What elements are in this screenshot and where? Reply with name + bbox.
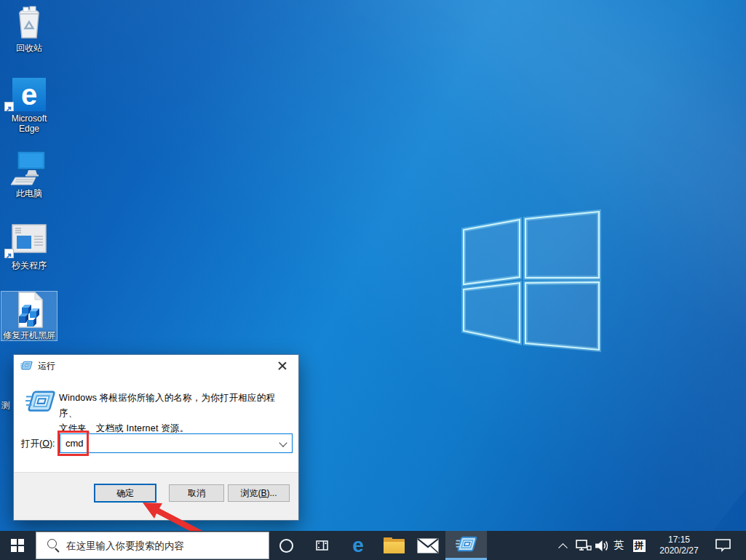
cancel-button[interactable]: 取消 — [169, 484, 224, 502]
desktop-icon-microsoft-edge[interactable]: e Microsoft Edge — [1, 75, 57, 134]
taskbar: e — [0, 531, 746, 560]
desktop-icon-registry-file[interactable]: 修复开机黑屏 — [1, 291, 57, 341]
run-dialog-titlebar[interactable]: 运行 — [14, 355, 298, 377]
close-button[interactable] — [266, 355, 298, 377]
run-dialog-footer: 确定 取消 浏览(B)... — [14, 472, 298, 520]
run-command-input[interactable] — [60, 434, 276, 452]
run-dialog-taskbar-button[interactable] — [445, 531, 487, 560]
taskbar-clock[interactable]: 17:15 2020/2/27 — [650, 531, 708, 560]
desktop-icon-this-pc[interactable]: 此电脑 — [1, 150, 57, 199]
windows-start-icon — [11, 539, 24, 552]
ime-mode-indicator[interactable]: 拼 — [630, 531, 648, 560]
taskbar-search-box[interactable] — [36, 532, 269, 559]
desktop-icon-label: 回收站 — [1, 43, 57, 53]
edge-icon: e — [12, 78, 46, 111]
edge-taskbar-button[interactable]: e — [342, 531, 374, 560]
ime-mode-icon: 拼 — [633, 540, 646, 552]
notification-icon — [715, 539, 731, 553]
run-icon — [456, 536, 477, 553]
tray-time: 17:15 — [668, 535, 690, 545]
browse-button[interactable]: 浏览(B)... — [228, 484, 290, 502]
run-command-combobox — [60, 433, 293, 453]
app-window-icon — [11, 223, 47, 258]
tray-show-hidden-icons-button[interactable] — [555, 531, 571, 560]
tray-date: 2020/2/27 — [659, 545, 698, 556]
network-icon — [576, 540, 592, 552]
annotation-highlight-box — [57, 431, 89, 456]
hidden-desktop-icon-label: 测 — [1, 399, 12, 412]
volume-icon — [595, 540, 610, 552]
start-button[interactable] — [0, 531, 35, 560]
task-view-button[interactable] — [306, 531, 338, 560]
action-center-button[interactable] — [713, 531, 734, 560]
registry-file-icon — [12, 292, 47, 328]
cortana-button[interactable] — [270, 531, 302, 560]
desktop-icon-app-shortcut[interactable]: 秒关程序 — [1, 222, 57, 271]
mail-button[interactable] — [412, 531, 444, 560]
desktop-icon-label: Microsoft Edge — [1, 113, 57, 134]
recycle-bin-icon — [12, 4, 47, 41]
edge-icon: e — [352, 535, 364, 556]
desktop-icon-label: 修复开机黑屏 — [1, 330, 57, 340]
mail-icon — [417, 538, 439, 553]
close-icon — [278, 361, 287, 370]
windows-desktop: 回收站 e Microsoft Edge 此电脑 — [0, 0, 746, 560]
desktop-icon-recycle-bin[interactable]: 回收站 — [1, 4, 57, 53]
search-icon — [46, 538, 60, 553]
run-dialog-icon — [20, 361, 33, 371]
run-dialog: 运行 Windows 将根据你所输入的名称，为你打开相应的程序、 文件夹、文档或… — [13, 354, 299, 521]
shortcut-arrow-icon — [4, 249, 14, 258]
task-view-icon — [315, 538, 330, 553]
chevron-down-icon[interactable] — [279, 439, 287, 447]
search-input[interactable] — [66, 540, 255, 551]
file-explorer-button[interactable] — [378, 531, 410, 560]
ok-button[interactable]: 确定 — [94, 484, 156, 503]
network-tray-button[interactable] — [574, 531, 593, 560]
file-explorer-icon — [384, 537, 405, 553]
run-dialog-description: Windows 将根据你所输入的名称，为你打开相应的程序、 文件夹、文档或 In… — [59, 391, 292, 436]
chevron-up-icon — [558, 543, 568, 552]
windows-logo-wallpaper-icon — [459, 204, 604, 356]
run-dialog-title: 运行 — [38, 360, 55, 372]
desktop-icon-label: 秒关程序 — [1, 260, 57, 271]
volume-tray-button[interactable] — [593, 531, 612, 560]
this-pc-icon — [9, 150, 49, 186]
cortana-icon — [279, 539, 293, 553]
run-icon — [25, 390, 56, 415]
shortcut-arrow-icon — [4, 102, 14, 111]
language-indicator[interactable]: 英 — [611, 531, 627, 560]
open-label: 打开(O): — [21, 438, 55, 450]
desktop-icon-label: 此电脑 — [1, 188, 57, 199]
